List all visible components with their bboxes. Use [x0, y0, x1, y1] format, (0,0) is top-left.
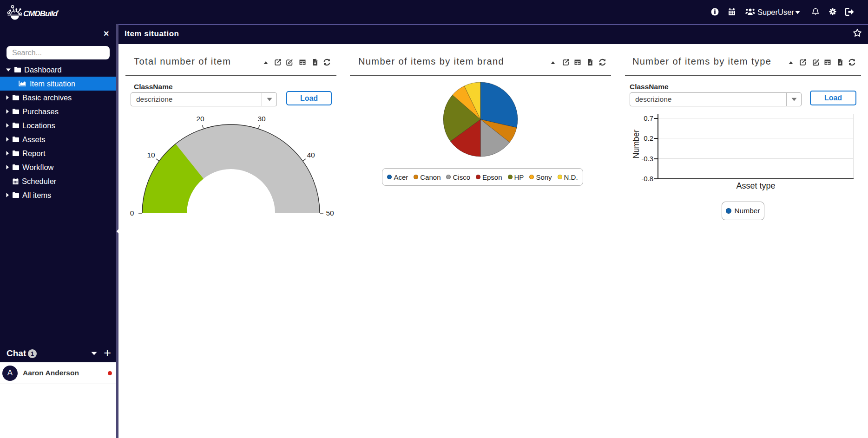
svg-text:0: 0 [130, 209, 134, 217]
svg-text:40: 40 [307, 151, 315, 159]
svg-text:10: 10 [147, 151, 155, 159]
svg-text:30: 30 [257, 115, 266, 123]
svg-text:50: 50 [326, 209, 334, 217]
svg-text:20: 20 [196, 115, 204, 123]
